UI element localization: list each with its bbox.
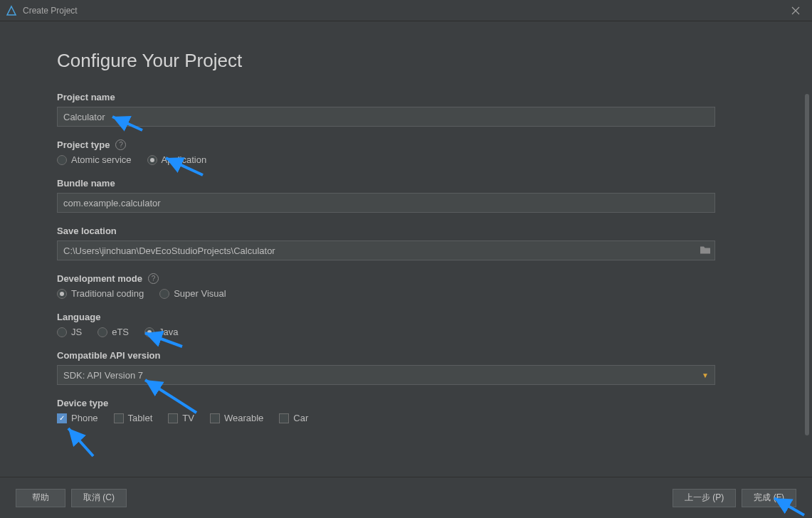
titlebar: Create Project (0, 0, 812, 21)
project-name-label: Project name (57, 92, 755, 102)
browse-folder-icon[interactable] (700, 245, 711, 257)
project-name-input[interactable] (57, 107, 715, 127)
help-icon[interactable]: ? (115, 139, 126, 150)
close-button[interactable] (785, 0, 806, 21)
save-location-input[interactable] (57, 240, 715, 260)
radio-super-visual[interactable]: Super Visual (159, 288, 226, 299)
bundle-name-input[interactable] (57, 193, 715, 213)
check-wearable[interactable]: Wearable (210, 413, 263, 423)
radio-traditional-coding[interactable]: Traditional coding (57, 288, 144, 299)
device-type-label: Device type (57, 398, 755, 408)
window-title: Create Project (23, 6, 78, 16)
save-location-label: Save location (57, 226, 755, 236)
finish-button[interactable]: 完成 (F) (742, 489, 796, 507)
help-button[interactable]: 帮助 (16, 489, 65, 507)
content-area: Configure Your Project Project name Proj… (0, 21, 812, 477)
dev-mode-label: Development mode ? (57, 273, 755, 284)
check-phone[interactable]: Phone (57, 413, 98, 423)
language-radios: JS eTS Java (57, 327, 755, 337)
cancel-button[interactable]: 取消 (C) (71, 489, 127, 507)
radio-application[interactable]: Application (147, 154, 207, 165)
chevron-down-icon: ▼ (702, 371, 709, 379)
dev-mode-radios: Traditional coding Super Visual (57, 288, 755, 299)
device-type-checks: Phone Tablet TV Wearable Car (57, 413, 755, 423)
api-version-select[interactable]: SDK: API Version 7 ▼ (57, 365, 715, 385)
radio-atomic-service[interactable]: Atomic service (57, 154, 132, 165)
bundle-name-label: Bundle name (57, 178, 755, 189)
radio-ets[interactable]: eTS (97, 327, 129, 337)
footer: 帮助 取消 (C) 上一步 (P) 完成 (F) (0, 477, 812, 518)
language-label: Language (57, 312, 755, 322)
app-logo-icon (6, 5, 17, 16)
previous-button[interactable]: 上一步 (P) (673, 489, 736, 507)
radio-js[interactable]: JS (57, 327, 82, 337)
project-type-label: Project type ? (57, 139, 755, 150)
help-icon[interactable]: ? (148, 273, 159, 284)
api-version-label: Compatible API version (57, 350, 755, 361)
check-tv[interactable]: TV (168, 413, 194, 423)
project-type-radios: Atomic service Application (57, 154, 755, 165)
page-heading: Configure Your Project (57, 50, 755, 72)
check-car[interactable]: Car (279, 413, 308, 423)
check-tablet[interactable]: Tablet (114, 413, 153, 423)
radio-java[interactable]: Java (144, 327, 178, 337)
scrollbar[interactable] (805, 94, 809, 435)
